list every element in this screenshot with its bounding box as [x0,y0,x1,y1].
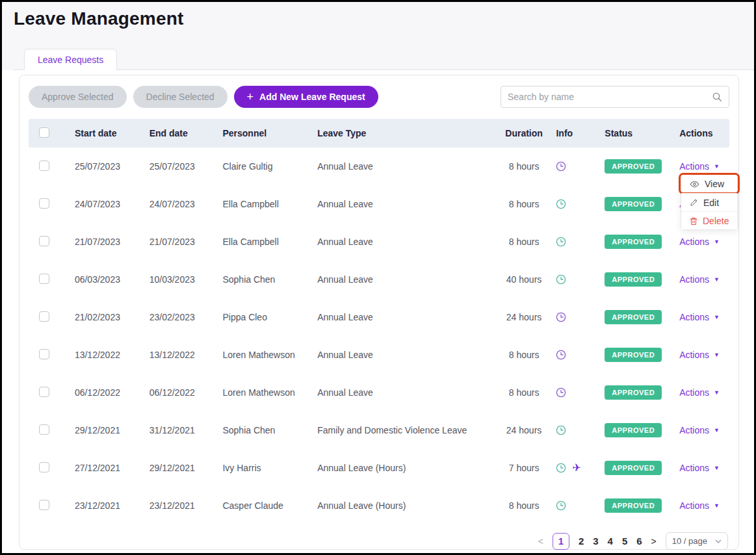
previous-page-arrow[interactable]: < [538,536,543,547]
page-button-2[interactable]: 2 [579,536,584,547]
actions-dropdown-trigger[interactable]: Actions ▼ [679,274,720,285]
actions-dropdown-trigger[interactable]: Actions ▼ [679,350,720,360]
row-checkbox[interactable] [39,311,49,322]
actions-label: Actions [679,350,709,360]
start-date-cell: 29/12/2021 [75,425,150,435]
start-date-cell: 13/12/2022 [75,350,150,360]
chevron-down-icon: ▼ [714,239,720,245]
search-icon[interactable] [712,92,722,102]
row-checkbox[interactable] [39,161,49,171]
actions-dropdown-trigger[interactable]: Actions ▼ [679,387,720,398]
info-cell [549,350,605,360]
row-checkbox[interactable] [39,462,49,472]
clock-icon [556,463,566,473]
menu-item-delete[interactable]: Delete [681,211,737,229]
end-date-cell: 25/07/2023 [150,161,223,172]
decline-selected-button[interactable]: Decline Selected [133,86,228,108]
menu-item-edit[interactable]: Edit [681,193,737,211]
duration-cell: 24 hours [499,425,550,435]
clock-icon [556,500,566,511]
clock-icon [556,312,566,322]
table-row: 21/02/2023 23/02/2023 Pippa Cleo Annual … [29,298,729,336]
personnel-cell: Loren Mathewson [222,350,317,360]
info-cell [549,274,605,285]
table-row: 06/03/2023 10/03/2023 Sophia Chen Annual… [29,261,729,298]
tab-leave-requests[interactable]: Leave Requests [24,49,117,70]
status-badge: APPROVED [605,385,662,400]
clock-icon [556,425,566,435]
table-row: 23/12/2021 23/12/2021 Casper Claude Annu… [29,487,729,524]
chevron-down-icon: ▼ [714,163,720,170]
duration-cell: 8 hours [499,500,550,511]
start-date-cell: 27/12/2021 [75,463,150,473]
page-button-1[interactable]: 1 [553,533,569,550]
menu-item-label: View [705,179,724,189]
status-badge: APPROVED [605,423,662,437]
actions-label: Actions [679,387,709,398]
row-checkbox[interactable] [39,349,49,359]
actions-dropdown-trigger[interactable]: Actions ▼ [679,500,720,511]
chevron-down-icon: ▼ [714,427,720,433]
tab-label: Leave Requests [38,55,103,65]
page-size-select[interactable]: 10 / page [666,532,728,550]
personnel-cell: Ella Campbell [222,199,317,209]
actions-dropdown-trigger[interactable]: Actions ▼ [679,463,720,473]
menu-item-view[interactable]: View [681,175,737,193]
page-button-5[interactable]: 5 [622,536,627,547]
leave-type-cell: Annual Leave (Hours) [317,463,498,473]
status-badge: APPROVED [605,310,662,324]
plane-icon: ✈ [572,463,580,473]
actions-label: Actions [679,500,709,511]
approve-selected-button[interactable]: Approve Selected [29,86,127,108]
actions-label: Actions [679,312,709,322]
leave-type-cell: Annual Leave (Hours) [317,500,498,511]
personnel-cell: Ivy Harris [222,463,317,473]
row-checkbox[interactable] [39,387,49,397]
page-button-3[interactable]: 3 [593,536,598,547]
page-header: Leave Management Leave Requests [2,2,754,70]
actions-dropdown-trigger[interactable]: Actions ▼ [679,161,720,172]
page-button-6[interactable]: 6 [636,536,642,547]
chevron-down-icon: ▼ [714,465,720,471]
end-date-cell: 21/07/2023 [150,237,223,247]
end-date-cell: 13/12/2022 [150,350,223,360]
table-row: 13/12/2022 13/12/2022 Loren Mathewson An… [29,336,729,374]
clock-icon [556,237,566,247]
next-page-arrow[interactable]: > [651,536,657,547]
select-all-checkbox[interactable] [39,127,49,138]
column-start-date: Start date [75,128,150,138]
personnel-cell: Casper Claude [222,500,317,511]
status-badge: APPROVED [605,159,662,174]
clock-icon [556,387,566,398]
actions-dropdown-trigger[interactable]: Actions ▼ [679,237,720,247]
column-leave-type: Leave Type [317,128,498,138]
end-date-cell: 29/12/2021 [150,463,223,473]
duration-cell: 7 hours [499,463,550,473]
row-checkbox[interactable] [39,236,49,246]
table-header-row: Start date End date Personnel Leave Type… [29,119,729,148]
actions-label: Actions [679,274,709,285]
duration-cell: 24 hours [499,312,550,322]
personnel-cell: Loren Mathewson [222,387,317,398]
column-status: Status [605,128,679,138]
end-date-cell: 23/02/2023 [150,312,223,322]
plus-icon: + [247,91,254,103]
row-checkbox[interactable] [39,500,49,510]
pagination: < 1 2 3 4 5 6 > 10 / page [29,532,729,550]
search-input[interactable] [508,92,712,102]
page-button-4[interactable]: 4 [608,536,613,547]
table-row: 21/07/2023 21/07/2023 Ella Campbell Annu… [29,223,729,261]
actions-dropdown-trigger[interactable]: Actions ▼ [679,425,720,435]
row-checkbox[interactable] [39,274,49,284]
add-new-leave-request-button[interactable]: + Add New Leave Request [234,86,378,108]
leave-type-cell: Family and Domestic Violence Leave [317,425,498,435]
duration-cell: 8 hours [499,350,550,360]
info-cell [549,237,605,247]
page-size-value: 10 / page [672,536,707,546]
actions-dropdown-menu: View Edit Delete [681,174,738,230]
actions-dropdown-trigger[interactable]: Actions ▼ [679,312,720,322]
row-checkbox[interactable] [39,198,49,209]
start-date-cell: 24/07/2023 [75,199,150,209]
row-checkbox[interactable] [39,424,49,435]
clock-icon [556,161,566,172]
